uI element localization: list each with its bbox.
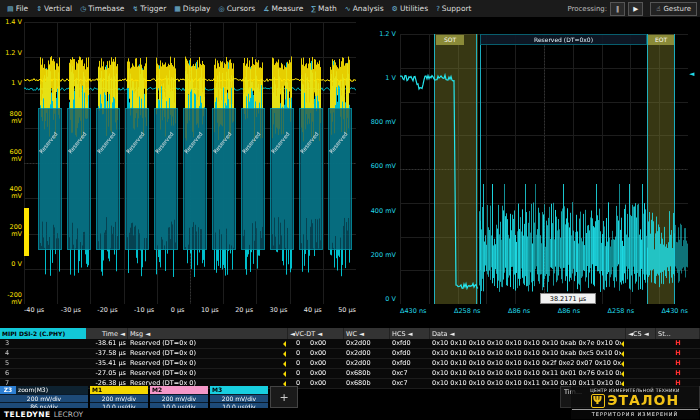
z3-source-label: zoom(M3) [16, 386, 88, 394]
axis-label: 200 mV [0, 224, 22, 238]
col-header-time[interactable]: Time ◄ [86, 328, 128, 339]
menu-utilities[interactable]: ⚙Utilities [388, 0, 433, 17]
time-label: -10 µs [134, 306, 154, 314]
cell-vc: 0 [288, 369, 308, 378]
menu-timebase[interactable]: ◷Timebase [76, 0, 128, 17]
status-badge: H [656, 369, 700, 378]
cell-time: -35.41 µs [14, 359, 128, 368]
menu-display-label: Display [183, 4, 211, 13]
menu-analysis[interactable]: ∿Analysis [341, 0, 388, 17]
truncation-icon [283, 361, 286, 367]
decode-protocol-title[interactable]: MIPI DSI-2 (C.PHY) [0, 328, 86, 339]
descriptor-m3[interactable]: M3 200 mV/div 10.0 µs/div [210, 386, 268, 408]
axis-label: 800 mV [356, 119, 396, 126]
watermark-caption-bottom: ТЕРРИТОРИЯ ИЗМЕРЕНИЙ [572, 409, 698, 417]
menu-timebase-label: Timebase [88, 4, 124, 13]
col-header-hcs[interactable]: HCS ◄ [390, 328, 430, 339]
col-header-status[interactable]: St... [656, 328, 700, 339]
menu-bar: ▤File ⇕Vertical ◷Timebase ↯Trigger ▦Disp… [0, 0, 700, 18]
col-header-cs[interactable]: ◄CS ◄ [626, 328, 656, 339]
cell-cs [626, 359, 656, 368]
col-header-msg[interactable]: Msg ◄ [128, 328, 288, 339]
col-header-data[interactable]: Data ◄ [430, 328, 626, 339]
table-row[interactable]: 4 -37.58 µs Reserved (DT=0x 0) 0 0x00 0x… [0, 349, 700, 359]
col-header-wc[interactable]: WC ◄ [344, 328, 390, 339]
cell-msg: Reserved (DT=0x 0) [128, 369, 288, 378]
time-label: 0 µs [171, 306, 185, 314]
axis-label: 0 V [0, 261, 22, 268]
cell-hcs: 0xfd0 [390, 349, 430, 358]
play-icon: ▶ [633, 5, 638, 13]
table-row[interactable]: 6 -27.05 µs Reserved (DT=0x 0) 0 0x00 0x… [0, 369, 700, 379]
zoom-waveform-grid[interactable]: SOT Reserved (DT=0x0) EOT 38.2171 µs [400, 34, 688, 304]
menu-cursors[interactable]: ◎Cursors [215, 0, 260, 17]
left-time-axis: -40 µs -30 µs -20 µs -10 µs 0 µs 10 µs 2… [24, 306, 356, 314]
descriptor-m1[interactable]: M1 200 mV/div 10.0 µs/div [90, 386, 148, 408]
file-icon: ▤ [7, 5, 14, 13]
menu-math[interactable]: ∑Math [307, 0, 340, 17]
cell-wc: 0x2d00 [344, 359, 390, 368]
cell-time: -27.05 µs [14, 369, 128, 378]
status-badge: H [656, 349, 700, 358]
pause-icon: ‖ [616, 5, 619, 13]
menu-display[interactable]: ▦Display [170, 0, 214, 17]
msg-text: Reserved (DT=0x 0) [130, 359, 196, 368]
cell-dt: 0x00 [308, 369, 344, 378]
axis-label: 800 mV [0, 111, 22, 125]
reserved-annotation: Reserved (DT=0x0) [480, 34, 647, 45]
gesture-button[interactable]: ☝ Gesture [650, 2, 697, 16]
msg-text: Reserved (DT=0x 0) [130, 349, 196, 358]
time-label: 40 µs [304, 306, 322, 314]
menu-file[interactable]: ▤File [3, 0, 32, 17]
cell-cs [626, 349, 656, 358]
cell-data: 0x10 0x10 0x10 0x10 0x10 0x10 0x10 0xab … [430, 339, 626, 348]
row-index: 5 [0, 359, 14, 368]
time-label: -40 µs [24, 306, 44, 314]
truncation-icon [621, 351, 624, 357]
table-row[interactable]: 3 -38.61 µs Reserved (DT=0x 0) 0 0x00 0x… [0, 339, 700, 349]
add-trace-button[interactable]: + [270, 386, 298, 408]
cell-msg: Reserved (DT=0x 0) [128, 349, 288, 358]
time-label: -20 µs [97, 306, 117, 314]
col-header-vcdt[interactable]: ◄VC-DT ◄ [288, 328, 344, 339]
cell-vc: 0 [288, 349, 308, 358]
cell-cs [626, 369, 656, 378]
menu-cursors-label: Cursors [227, 4, 256, 13]
descriptor-z3[interactable]: Z3 zoom(M3) 200 mV/div 86 ns/div [0, 386, 88, 408]
timebase-icon: ◷ [80, 5, 86, 13]
delta-time-readout: 38.2171 µs [540, 293, 596, 304]
brand-teledyne: TELEDYNE [4, 410, 51, 419]
data-bytes: 0x10 0x10 0x10 0x10 0x10 0x10 0x10 0xab … [432, 349, 621, 358]
play-button[interactable]: ▶ [628, 2, 643, 16]
zoom-waveform-canvas[interactable] [400, 34, 688, 304]
cell-data: 0x10 0x10 0x10 0x10 0x10 0x10 0x2f 0xe2 … [430, 359, 626, 368]
measure-icon: ∡ [263, 5, 269, 13]
truncation-icon [283, 371, 286, 377]
m3-tab: M3 [210, 386, 268, 394]
delta-label: Δ430 ns [400, 307, 426, 315]
menu-math-label: Math [318, 4, 337, 13]
cell-data: 0x10 0x10 0x10 0x10 0x10 0x10 0x11 0x01 … [430, 369, 626, 378]
descriptor-m2[interactable]: M2 200 mV/div 10.0 µs/div [150, 386, 208, 408]
axis-label: 600 mV [0, 149, 22, 163]
msg-text: Reserved (DT=0x 0) [130, 339, 196, 348]
pause-button[interactable]: ‖ [610, 2, 625, 16]
menu-vertical[interactable]: ⇕Vertical [32, 0, 76, 17]
data-bytes: 0x10 0x10 0x10 0x10 0x10 0x10 0x2f 0xe2 … [432, 359, 621, 368]
menu-file-label: File [16, 4, 29, 13]
main-waveform-grid[interactable] [24, 22, 356, 304]
brand-lecroy: LECROY [54, 410, 83, 419]
m2-tab: M2 [150, 386, 208, 394]
menu-measure[interactable]: ∡Measure [259, 0, 307, 17]
left-waveform-canvas[interactable] [24, 22, 356, 304]
axis-label: 200 mV [356, 252, 396, 259]
table-row[interactable]: 5 -35.41 µs Reserved (DT=0x 0) 0 0x00 0x… [0, 359, 700, 369]
cell-data: 0x10 0x10 0x10 0x10 0x10 0x10 0x10 0xab … [430, 349, 626, 358]
axis-label: 1.2 V [0, 50, 22, 57]
menu-trigger[interactable]: ↯Trigger [128, 0, 170, 17]
watermark-name: ЭТАЛОН [607, 393, 679, 408]
hand-icon: ☝ [656, 5, 660, 13]
cell-cs [626, 339, 656, 348]
menu-support-label: Support [442, 4, 472, 13]
menu-support[interactable]: ?Support [432, 0, 475, 17]
